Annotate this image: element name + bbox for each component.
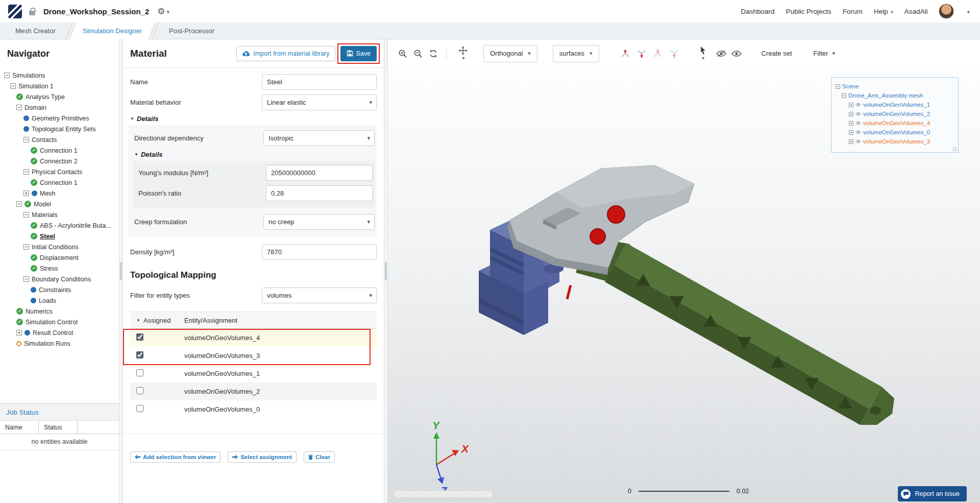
filter-button[interactable]: Filter	[808, 45, 840, 62]
collapse-icon[interactable]	[836, 84, 840, 89]
scene-item-volume-0[interactable]: volumeOnGeoVolumes_0	[836, 128, 954, 137]
clear-button[interactable]: Clear	[304, 451, 335, 463]
nav-dashboard[interactable]: Dashboard	[741, 8, 775, 15]
resize-handle[interactable]	[120, 262, 122, 280]
table-row-volume-2[interactable]: volumeOnGeoVolumes_2	[130, 382, 377, 400]
zoom-out-button[interactable]	[410, 46, 426, 61]
scene-item-volume-4[interactable]: volumeOnGeoVolumes_4	[836, 118, 954, 128]
tree-item-connection-2[interactable]: Connection 2	[0, 156, 119, 166]
directional-dependency-select[interactable]: Isotropic	[263, 130, 375, 146]
collapse-icon[interactable]	[23, 137, 29, 142]
simscale-logo-icon[interactable]	[8, 5, 22, 18]
table-row-volume-4[interactable]: volumeOnGeoVolumes_4	[130, 329, 377, 347]
add-selection-from-viewer-button[interactable]: Add selection from viewer	[130, 451, 220, 463]
project-settings-button[interactable]	[157, 6, 169, 17]
collapse-icon[interactable]	[842, 93, 846, 98]
eye-icon[interactable]	[855, 103, 861, 107]
scene-item-volume-3[interactable]: volumeOnGeoVolumes_3	[836, 137, 954, 146]
expand-icon[interactable]	[23, 190, 29, 196]
expand-icon[interactable]	[849, 139, 853, 144]
tree-item-initial-conditions[interactable]: Initial Conditions	[0, 242, 119, 252]
eye-icon[interactable]	[855, 112, 861, 116]
tree-item-connection-1-physical[interactable]: Connection 1	[0, 177, 119, 188]
expand-icon[interactable]	[849, 103, 853, 107]
collapse-icon[interactable]	[23, 276, 29, 282]
tree-item-contacts[interactable]: Contacts	[0, 134, 119, 145]
user-avatar[interactable]	[939, 4, 954, 19]
density-input[interactable]	[262, 244, 377, 260]
zoom-in-button[interactable]	[395, 46, 410, 61]
nav-public-projects[interactable]: Public Projects	[786, 8, 831, 15]
tree-item-domain[interactable]: Domain	[0, 102, 119, 113]
material-behavior-select[interactable]: Linear elastic	[262, 94, 377, 110]
orientation-preset-4-button[interactable]	[667, 46, 682, 61]
select-assignment-button[interactable]: Select assignment	[228, 451, 297, 463]
resize-handle[interactable]	[385, 262, 387, 280]
collapse-icon[interactable]	[16, 105, 22, 110]
report-issue-button[interactable]: Report an issue	[898, 486, 967, 501]
entity-type-filter-select[interactable]: volumes	[262, 288, 377, 303]
details-section-toggle[interactable]: Details	[130, 115, 377, 123]
panel-resize-gutter[interactable]	[119, 39, 123, 503]
eye-icon[interactable]	[855, 130, 861, 134]
expand-icon[interactable]	[849, 112, 853, 116]
tree-item-connection-1-contacts[interactable]: Connection 1	[0, 145, 119, 156]
import-material-library-button[interactable]: Import from material library	[236, 46, 335, 61]
poissons-ratio-input[interactable]	[266, 185, 373, 201]
eye-icon[interactable]	[855, 121, 861, 125]
tree-item-simulation-control[interactable]: Simulation Control	[0, 317, 119, 327]
expand-icon[interactable]	[849, 121, 853, 126]
tree-item-analysis-type[interactable]: Analysis Type	[0, 91, 119, 102]
tree-item-topological-entity-sets[interactable]: Topological Entity Sets	[0, 124, 119, 134]
reset-view-button[interactable]	[426, 46, 441, 61]
tree-item-stress[interactable]: Stress	[0, 263, 119, 274]
tree-item-steel-material[interactable]: Steel	[0, 231, 119, 242]
orientation-preset-1-button[interactable]	[618, 46, 633, 61]
tree-item-boundary-conditions[interactable]: Boundary Conditions	[0, 274, 119, 284]
tree-item-numerics[interactable]: Numerics	[0, 306, 119, 317]
collapse-icon[interactable]	[23, 212, 29, 218]
tree-item-mesh[interactable]: Mesh	[0, 188, 119, 199]
row-checkbox[interactable]	[136, 387, 143, 394]
collapse-icon[interactable]	[23, 169, 29, 175]
tree-item-materials[interactable]: Materials	[0, 209, 119, 220]
row-checkbox[interactable]	[136, 351, 143, 358]
expand-icon[interactable]	[849, 130, 853, 135]
tree-item-geometry-primitives[interactable]: Geometry Primitives	[0, 113, 119, 124]
nav-help[interactable]: Help	[874, 8, 893, 15]
table-row-volume-0[interactable]: volumeOnGeoVolumes_0	[130, 400, 377, 418]
tree-item-constraints[interactable]: Constraints	[0, 284, 119, 295]
tab-mesh-creator[interactable]: Mesh Creator	[3, 22, 68, 39]
save-button[interactable]: Save	[340, 46, 377, 61]
create-set-button[interactable]: Create set	[756, 45, 797, 62]
collapse-icon[interactable]	[4, 73, 10, 78]
tree-item-result-control[interactable]: Result Control	[0, 327, 119, 338]
scene-tree-overlay[interactable]: Scene Drone_Arm_Assembly mesh volumeOnGe…	[831, 77, 959, 153]
tree-item-model[interactable]: Model	[0, 199, 119, 209]
scene-item-volume-1[interactable]: volumeOnGeoVolumes_1	[836, 100, 954, 109]
creep-formulation-select[interactable]: no creep	[263, 214, 375, 230]
row-checkbox[interactable]	[136, 369, 143, 376]
eye-icon[interactable]	[855, 139, 861, 143]
tree-item-displacement[interactable]: Displacement	[0, 252, 119, 263]
tab-post-processor[interactable]: Post-Processor	[157, 22, 227, 39]
youngs-modulus-input[interactable]	[266, 165, 373, 181]
collapse-icon[interactable]	[23, 244, 29, 250]
tree-item-abs-material[interactable]: ABS - Acrylonitrile Buta...	[0, 220, 119, 231]
scene-mesh[interactable]: Drone_Arm_Assembly mesh	[836, 91, 954, 100]
pan-tool-button[interactable]	[452, 46, 474, 61]
table-row-volume-3[interactable]: volumeOnGeoVolumes_3	[130, 347, 377, 365]
tree-item-simulation-1[interactable]: Simulation 1	[0, 81, 119, 91]
viewer-horizontal-scrollbar[interactable]	[393, 490, 493, 498]
show-all-button[interactable]	[729, 46, 744, 61]
scene-root[interactable]: Scene	[836, 82, 954, 91]
scene-item-volume-2[interactable]: volumeOnGeoVolumes_2	[836, 109, 954, 118]
expand-icon[interactable]	[16, 330, 22, 336]
inner-details-toggle[interactable]: Details	[134, 151, 375, 158]
tab-simulation-designer[interactable]: Simulation Designer	[70, 22, 154, 39]
tree-item-physical-contacts[interactable]: Physical Contacts	[0, 166, 119, 177]
model-part-green-arm[interactable]	[576, 236, 894, 425]
projection-select[interactable]: Orthogonal	[483, 45, 537, 62]
row-checkbox[interactable]	[136, 405, 143, 412]
orientation-preset-2-button[interactable]	[634, 46, 649, 61]
